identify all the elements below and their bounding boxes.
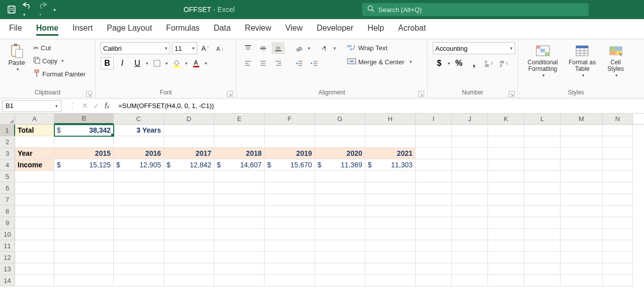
cell-N10[interactable] xyxy=(603,229,633,240)
col-header-j[interactable]: J xyxy=(452,114,488,124)
cell-B7[interactable] xyxy=(54,194,114,206)
cell-K9[interactable] xyxy=(488,217,524,229)
percent-format-icon[interactable]: % xyxy=(452,57,465,69)
cell-G8[interactable] xyxy=(315,206,365,217)
cell-A8[interactable] xyxy=(15,206,54,217)
cell-H7[interactable] xyxy=(365,194,416,206)
cell-D7[interactable] xyxy=(164,194,214,206)
cell-I11[interactable] xyxy=(416,240,452,252)
cell-B13[interactable] xyxy=(54,263,114,275)
cell-L9[interactable] xyxy=(524,217,560,229)
cell-B10[interactable] xyxy=(54,229,114,240)
cell-A1[interactable]: Total xyxy=(15,125,54,136)
cell-C8[interactable] xyxy=(114,206,164,217)
tab-developer[interactable]: Developer xyxy=(316,24,353,36)
cell-L7[interactable] xyxy=(524,194,560,206)
cell-D13[interactable] xyxy=(164,263,214,275)
cell-K14[interactable] xyxy=(488,275,524,286)
row-header-3[interactable]: 3 xyxy=(0,148,15,159)
tab-home[interactable]: Home xyxy=(36,24,58,36)
increase-decimal-icon[interactable]: .0.00 xyxy=(482,57,496,69)
cell-I4[interactable] xyxy=(416,159,452,171)
cell-N8[interactable] xyxy=(603,206,633,217)
decrease-indent-icon[interactable] xyxy=(293,57,306,69)
cell-C9[interactable] xyxy=(114,217,164,229)
cell-J5[interactable] xyxy=(452,171,488,182)
cell-D6[interactable] xyxy=(164,182,214,194)
cell-F4[interactable]: $15,670 xyxy=(265,159,315,171)
col-header-k[interactable]: K xyxy=(488,114,524,124)
align-middle-icon[interactable] xyxy=(257,42,270,54)
select-all-corner[interactable] xyxy=(0,114,15,124)
cell-L11[interactable] xyxy=(524,240,560,252)
borders-button[interactable] xyxy=(150,57,164,69)
cell-B2[interactable] xyxy=(54,136,114,148)
cell-F13[interactable] xyxy=(265,263,315,275)
cell-L2[interactable] xyxy=(524,136,560,148)
cell-H9[interactable] xyxy=(365,217,416,229)
cell-E9[interactable] xyxy=(214,217,265,229)
comma-format-icon[interactable]: , xyxy=(467,57,480,69)
cell-M6[interactable] xyxy=(560,182,603,194)
cell-M13[interactable] xyxy=(560,263,603,275)
row-header-13[interactable]: 13 xyxy=(0,263,15,275)
cell-K1[interactable] xyxy=(488,125,524,136)
cell-E5[interactable] xyxy=(214,171,265,182)
cell-L5[interactable] xyxy=(524,171,560,182)
row-header-5[interactable]: 5 xyxy=(0,171,15,182)
cell-D4[interactable]: $12,842 xyxy=(164,159,214,171)
cell-G4[interactable]: $11,369 xyxy=(315,159,365,171)
cell-I7[interactable] xyxy=(416,194,452,206)
cell-J13[interactable] xyxy=(452,263,488,275)
cell-N2[interactable] xyxy=(603,136,633,148)
enter-formula-icon[interactable]: ✓ xyxy=(93,101,100,111)
cell-G3[interactable]: 2020 xyxy=(315,148,365,159)
cell-D9[interactable] xyxy=(164,217,214,229)
row-header-10[interactable]: 10 xyxy=(0,229,15,240)
cell-E2[interactable] xyxy=(214,136,265,148)
cell-F3[interactable]: 2019 xyxy=(265,148,315,159)
cell-E8[interactable] xyxy=(214,206,265,217)
cell-G13[interactable] xyxy=(315,263,365,275)
wrap-text-button[interactable]: abWrap Text xyxy=(346,42,413,53)
cell-D12[interactable] xyxy=(164,252,214,263)
cell-B11[interactable] xyxy=(54,240,114,252)
conditional-formatting-button[interactable]: Conditional Formatting▾ xyxy=(523,42,562,78)
col-header-f[interactable]: F xyxy=(265,114,315,124)
row-header-11[interactable]: 11 xyxy=(0,240,15,252)
clipboard-launcher[interactable]: ↘ xyxy=(86,91,92,97)
align-left-icon[interactable] xyxy=(242,57,255,69)
cell-D5[interactable] xyxy=(164,171,214,182)
cell-A6[interactable] xyxy=(15,182,54,194)
cell-I2[interactable] xyxy=(416,136,452,148)
cell-K2[interactable] xyxy=(488,136,524,148)
cell-A13[interactable] xyxy=(15,263,54,275)
row-header-14[interactable]: 14 xyxy=(0,275,15,286)
tab-view[interactable]: View xyxy=(285,24,302,36)
cell-J1[interactable] xyxy=(452,125,488,136)
cell-M10[interactable] xyxy=(560,229,603,240)
cell-J3[interactable] xyxy=(452,148,488,159)
cell-D10[interactable] xyxy=(164,229,214,240)
cell-C11[interactable] xyxy=(114,240,164,252)
cell-N9[interactable] xyxy=(603,217,633,229)
cell-F11[interactable] xyxy=(265,240,315,252)
row-header-8[interactable]: 8 xyxy=(0,206,15,217)
cell-N3[interactable] xyxy=(603,148,633,159)
format-painter-button[interactable]: Format Painter xyxy=(32,68,87,79)
cell-K6[interactable] xyxy=(488,182,524,194)
cell-K4[interactable] xyxy=(488,159,524,171)
cell-G14[interactable] xyxy=(315,275,365,286)
cell-A10[interactable] xyxy=(15,229,54,240)
cell-I9[interactable] xyxy=(416,217,452,229)
cell-B6[interactable] xyxy=(54,182,114,194)
decrease-font-icon[interactable]: A↓ xyxy=(214,42,227,54)
cell-A5[interactable] xyxy=(15,171,54,182)
cell-E14[interactable] xyxy=(214,275,265,286)
cell-N12[interactable] xyxy=(603,252,633,263)
copy-button[interactable]: Copy▾ xyxy=(32,55,87,66)
cell-F10[interactable] xyxy=(265,229,315,240)
cell-C3[interactable]: 2016 xyxy=(114,148,164,159)
cell-F8[interactable] xyxy=(265,206,315,217)
col-header-g[interactable]: G xyxy=(315,114,365,124)
